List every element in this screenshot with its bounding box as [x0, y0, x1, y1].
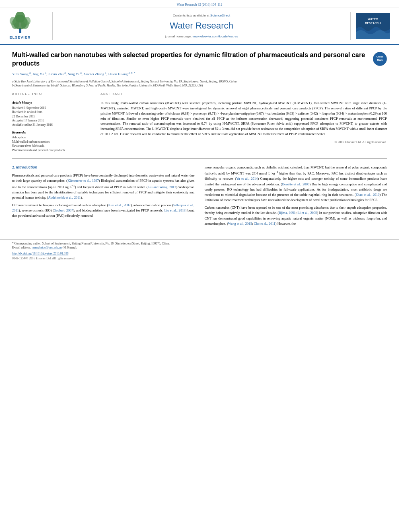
journal-title-area: Contents lists available at ScienceDirec…	[52, 12, 351, 40]
section-divider	[12, 158, 387, 159]
history-label: Article history:	[12, 101, 93, 105]
ref-grobert[interactable]: Grobert, 2007	[54, 208, 73, 212]
affiliations-block: a State Key Joint Laboratory of Environm…	[12, 80, 387, 88]
journal-reference-bar: Water Research 92 (2016) 104–112	[0, 0, 399, 8]
author-jing-ma: Jing Ma	[33, 72, 44, 76]
elsevier-tree-icon	[8, 12, 32, 34]
received-date: Received 1 September 2015	[12, 106, 93, 111]
elsevier-logo: ELSEVIER	[8, 12, 32, 40]
body-left-column: 1. Introduction Pharmaceuticals and pers…	[12, 165, 195, 229]
available-date: Available online 21 January 2016	[12, 123, 93, 127]
badge-graphic: WATER RESEARCH	[356, 13, 390, 39]
article-header-content: Cross Mark Multi-walled carbon nanotubes…	[0, 45, 399, 156]
elsevier-brand-text: ELSEVIER	[10, 35, 31, 40]
article-info-column: ARTICLE INFO Article history: Received 1…	[12, 92, 93, 152]
email-link[interactable]: huanghaiou@bnu.edu.cn	[32, 246, 62, 249]
article-title: Multi-walled carbon nanotubes with selec…	[12, 51, 387, 68]
crossmark-area: Cross Mark	[373, 52, 387, 68]
svg-text:RESEARCH: RESEARCH	[365, 22, 380, 25]
journal-title-text: Water Research	[170, 20, 233, 32]
body-right-column: more nonpolar organic compounds, such as…	[205, 165, 387, 229]
author-yifei-wang: Yifei Wang	[12, 72, 29, 76]
page: Water Research 92 (2016) 104–112 ELSE	[0, 0, 399, 532]
introduction-heading: 1. Introduction	[12, 165, 195, 170]
svg-text:WATER: WATER	[368, 18, 378, 21]
svg-point-4	[10, 17, 16, 25]
doi-link[interactable]: http://dx.doi.org/10.1016/j.watres.2016.…	[12, 252, 68, 255]
email-person: (H. Huang).	[62, 246, 77, 249]
affiliation-a: a State Key Joint Laboratory of Environm…	[12, 80, 387, 84]
ref-zhao[interactable]: Zhao et al., 2010	[356, 193, 379, 197]
footnote-divider	[12, 237, 387, 237]
affiliation-b: b Department of Environmental Health Sci…	[12, 84, 387, 88]
ref-kim[interactable]: Kim et al., 2007	[108, 203, 130, 207]
body-right-para1: more nonpolar organic compounds, such as…	[205, 165, 387, 203]
svg-point-7	[19, 29, 21, 31]
accepted-date: Accepted 17 January 2016	[12, 119, 93, 123]
body-section: 1. Introduction Pharmaceuticals and pers…	[0, 161, 399, 235]
article-info-label: ARTICLE INFO	[12, 92, 93, 97]
doi-line: http://dx.doi.org/10.1016/j.watres.2016.…	[12, 252, 387, 256]
svg-text:Cross: Cross	[376, 55, 384, 58]
water-research-badge: WATER RESEARCH	[356, 13, 390, 39]
abstract-label: ABSTRACT	[101, 92, 387, 97]
svg-text:Mark: Mark	[377, 59, 383, 61]
keywords-label: Keywords:	[12, 130, 93, 135]
article-history-section: Article history: Received 1 September 20…	[12, 101, 93, 127]
ref-wang2015[interactable]: Wang et al., 2015	[228, 222, 252, 226]
author-ning-ye: Ning Ye	[68, 72, 80, 76]
keywords-section: Keywords: Adsorption Multi-walled carbon…	[12, 130, 93, 152]
intro-para2: Different treatment techniques including…	[12, 203, 195, 219]
keyword-adsorption: Adsorption	[12, 136, 93, 140]
author-jiaxin-zhu: Jiaxin Zhu	[48, 72, 64, 76]
copyright-line: © 2016 Elsevier Ltd. All rights reserved…	[101, 140, 387, 144]
issn-line: 0043-1354/© 2016 Elsevier Ltd. All right…	[12, 257, 387, 261]
intro-para1: Pharmaceuticals and personal care produc…	[12, 173, 195, 200]
ref-yu[interactable]: Yu et al., 2014	[236, 177, 257, 181]
ref-iijima[interactable]: Iijima, 1991	[279, 211, 296, 215]
author-xiaolei-zhang: Xiaolei Zhang	[83, 72, 104, 76]
crossmark-icon: Cross Mark	[373, 52, 387, 66]
ref-li[interactable]: Li et al., 2005	[298, 211, 317, 215]
revised-date: Received in revised form22 December 2015	[12, 110, 93, 119]
author-haiou-huang: Haiou Huang	[108, 72, 128, 76]
journal-homepage-line: journal homepage: www.elsevier.com/locat…	[165, 34, 238, 39]
article-meta-section: ARTICLE INFO Article history: Received 1…	[12, 92, 387, 152]
ref-cho[interactable]: Cho et al., 2011	[254, 222, 276, 226]
article-info-divider	[12, 98, 93, 98]
email-label: E-mail address:	[12, 246, 31, 249]
sciencedirect-link[interactable]: ScienceDirect	[210, 14, 230, 17]
email-line: E-mail address: huanghaiou@bnu.edu.cn (H…	[12, 246, 387, 250]
body-right-para2: Carbon nanotubes (CNT) have been reporte…	[205, 205, 387, 226]
abstract-column: ABSTRACT In this study, multi-walled car…	[101, 92, 387, 152]
keyword-ppcp: Pharmaceuticals and personal care produc…	[12, 148, 93, 153]
footnotes-area: * Corresponding author. School of Enviro…	[0, 239, 399, 263]
ref-liu-wong[interactable]: Liu and Wong, 2013	[148, 185, 176, 189]
svg-point-5	[24, 17, 31, 25]
journal-homepage-link[interactable]: www.elsevier.com/locate/watres	[193, 35, 238, 38]
abstract-text: In this study, multi-walled carbon nanot…	[101, 101, 387, 136]
contents-available-text: Contents lists available at ScienceDirec…	[173, 13, 230, 18]
ref-abdelmelek[interactable]: Abdelmelek et al., 2011	[48, 195, 81, 199]
ref-liu2013[interactable]: Liu et al., 2013	[164, 208, 185, 212]
journal-header: ELSEVIER Contents lists available at Sci…	[0, 8, 399, 45]
corresponding-author-note: * Corresponding author. School of Enviro…	[12, 242, 387, 246]
journal-ref-text: Water Research 92 (2016) 104–112	[177, 3, 222, 6]
ref-kummerer[interactable]: Kümmerer et al., 1997	[68, 179, 99, 183]
abstract-divider	[101, 98, 387, 98]
body-two-column-layout: 1. Introduction Pharmaceuticals and pers…	[12, 165, 387, 229]
ref-dewitte[interactable]: Dewitte et al., 2008	[282, 182, 309, 186]
authors-line: Yifei Wang a, Jing Ma a, Jiaxin Zhu a, N…	[12, 71, 387, 77]
keyword-mwcnt: Multi-walled carbon nanotubes	[12, 140, 93, 144]
elsevier-logo-area: ELSEVIER	[8, 12, 48, 40]
journal-badge-area: WATER RESEARCH	[355, 12, 391, 40]
keyword-srfa: Suwannee river fulvic acid	[12, 144, 93, 148]
